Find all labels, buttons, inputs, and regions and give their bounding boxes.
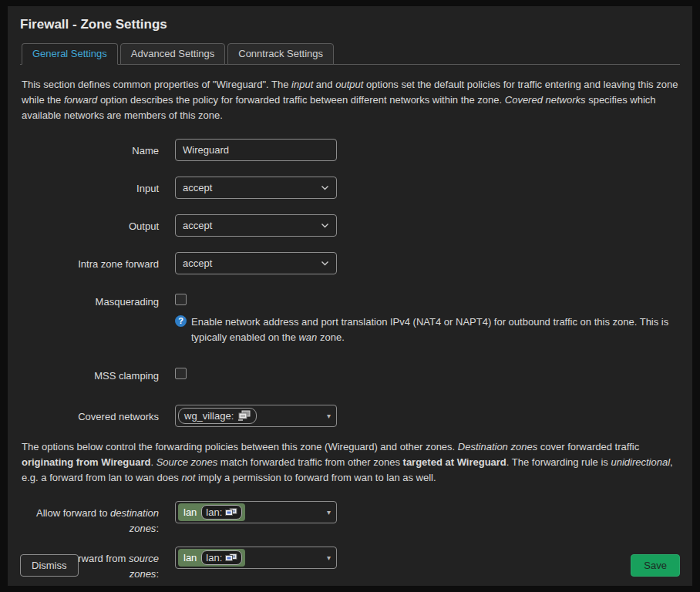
- covered-networks-label: Covered networks: [20, 405, 175, 425]
- chevron-down-icon: [321, 223, 329, 228]
- dropdown-caret-icon: ▾: [327, 412, 331, 420]
- forward-destination-label: Allow forward to destination zones:: [20, 501, 175, 536]
- help-icon: ?: [175, 315, 187, 327]
- mss-clamping-checkbox[interactable]: [175, 368, 187, 379]
- intra-zone-forward-select[interactable]: accept: [175, 252, 337, 274]
- page-title: Firewall - Zone Settings: [20, 17, 680, 32]
- zone-name: lan: [183, 506, 197, 518]
- output-policy-select[interactable]: accept: [175, 214, 337, 237]
- tab-bar: General Settings Advanced Settings Connt…: [20, 43, 680, 65]
- forward-destination-dropdown[interactable]: lan lan: ▾: [175, 501, 337, 523]
- form-row-name: Name: [20, 139, 680, 161]
- section-description: This section defines common properties o…: [22, 77, 678, 123]
- input-policy-select[interactable]: accept: [175, 177, 337, 199]
- form-row-mss-clamping: MSS clamping: [20, 364, 680, 384]
- form-row-input: Input accept: [20, 177, 680, 199]
- dropdown-caret-icon: ▾: [327, 508, 331, 516]
- tab-advanced-settings[interactable]: Advanced Settings: [120, 43, 225, 65]
- tab-general-settings[interactable]: General Settings: [22, 43, 118, 65]
- masquerading-help-text: Enable network address and port translat…: [191, 314, 680, 345]
- output-policy-value: accept: [183, 220, 212, 231]
- ethernet-icon: [225, 508, 237, 516]
- intra-zone-forward-label: Intra zone forward: [20, 252, 175, 272]
- intra-zone-forward-value: accept: [183, 257, 212, 269]
- masquerading-label: Masquerading: [20, 290, 175, 310]
- zone-network-chip: lan:: [201, 505, 242, 520]
- masquerading-help: ? Enable network address and port transl…: [175, 314, 680, 345]
- input-label: Input: [20, 177, 175, 197]
- zone-network-name: lan:: [206, 506, 222, 518]
- tunnel-icon: [237, 410, 251, 421]
- tab-conntrack-settings[interactable]: Conntrack Settings: [227, 43, 334, 65]
- output-label: Output: [20, 214, 175, 234]
- save-button[interactable]: Save: [631, 554, 680, 577]
- form-row-covered-networks: Covered networks wg_village: ▾: [20, 405, 680, 427]
- zone-settings-modal: Firewall - Zone Settings General Setting…: [8, 6, 692, 586]
- masquerading-checkbox[interactable]: [175, 294, 187, 305]
- covered-network-item[interactable]: wg_village:: [178, 408, 257, 424]
- name-input[interactable]: [175, 139, 337, 161]
- covered-network-name: wg_village:: [184, 410, 234, 422]
- modal-footer: Dismiss Save: [20, 554, 680, 577]
- dismiss-button[interactable]: Dismiss: [20, 554, 79, 577]
- zone-chip-lan[interactable]: lan lan:: [178, 503, 245, 521]
- chevron-down-icon: [321, 185, 329, 190]
- chevron-down-icon: [321, 261, 329, 266]
- covered-networks-dropdown[interactable]: wg_village: ▾: [175, 405, 337, 427]
- form-row-forward-destination: Allow forward to destination zones: lan …: [20, 501, 680, 536]
- form-row-masquerading: Masquerading ? Enable network address an…: [20, 290, 680, 345]
- form-row-intra-zone-forward: Intra zone forward accept: [20, 252, 680, 274]
- mss-clamping-label: MSS clamping: [20, 364, 175, 384]
- form-row-output: Output accept: [20, 214, 680, 237]
- input-policy-value: accept: [183, 182, 212, 193]
- forwarding-description: The options below control the forwarding…: [22, 439, 678, 486]
- name-label: Name: [20, 139, 175, 159]
